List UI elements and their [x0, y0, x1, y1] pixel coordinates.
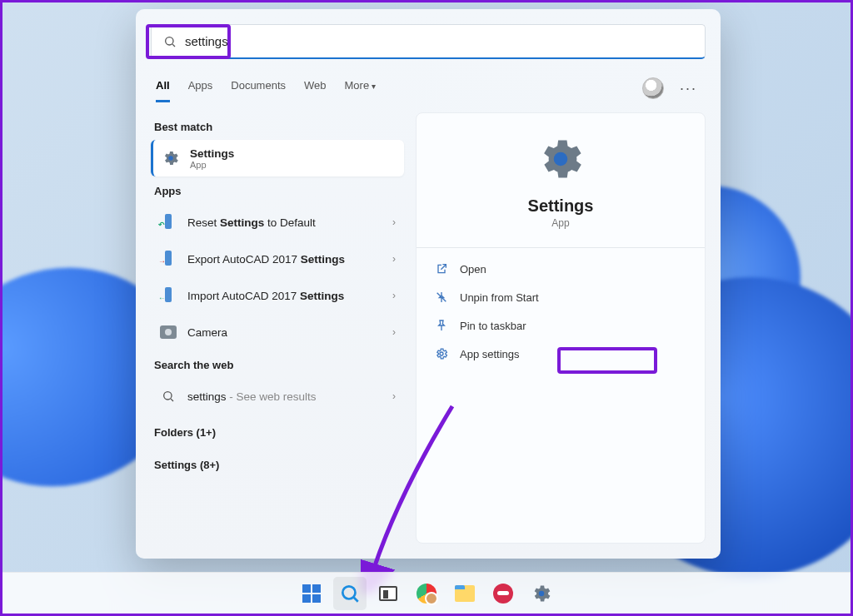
gear-icon — [428, 133, 693, 185]
details-app-type: App — [428, 217, 693, 229]
result-settings-app[interactable]: Settings App — [151, 140, 404, 176]
app-icon — [493, 584, 513, 604]
result-import-autocad[interactable]: ← Import AutoCAD 2017 Settings › — [151, 277, 404, 314]
section-settings[interactable]: Settings (8+) — [154, 459, 401, 471]
svg-line-1 — [172, 44, 175, 47]
results-column: Best match Settings App Apps ↶ Reset Set… — [151, 112, 404, 544]
chevron-right-icon: › — [392, 290, 396, 301]
tab-documents[interactable]: Documents — [231, 74, 286, 102]
action-app-settings[interactable]: App settings — [428, 340, 693, 368]
search-icon — [159, 387, 177, 405]
gear-icon — [435, 347, 448, 360]
details-app-name: Settings — [428, 196, 693, 216]
taskbar-taskview-button[interactable] — [372, 577, 405, 610]
tab-more[interactable]: More▾ — [345, 74, 377, 102]
action-label: App settings — [460, 348, 520, 360]
svg-point-5 — [554, 152, 568, 166]
taskbar-chrome-button[interactable] — [410, 577, 443, 610]
svg-line-4 — [171, 399, 173, 401]
section-best-match: Best match — [154, 121, 401, 133]
unpin-icon — [435, 291, 448, 304]
pin-icon — [435, 319, 448, 332]
result-title: Settings — [190, 147, 234, 160]
chrome-icon — [417, 584, 436, 604]
details-panel: Settings App Open Unpin from Start Pin t… — [416, 112, 706, 544]
taskbar — [2, 572, 851, 614]
svg-point-2 — [168, 156, 173, 161]
search-bar[interactable] — [151, 24, 706, 59]
result-subtitle: App — [190, 160, 396, 170]
autocad-icon: → — [159, 250, 177, 268]
camera-icon — [159, 323, 177, 341]
autocad-icon: ↶ — [159, 213, 177, 231]
svg-point-7 — [342, 586, 355, 599]
search-tabs: All Apps Documents Web More▾ ··· — [151, 74, 706, 102]
svg-point-0 — [166, 37, 173, 44]
open-icon — [435, 262, 448, 276]
result-camera[interactable]: Camera › — [151, 314, 404, 350]
action-label: Unpin from Start — [460, 291, 539, 304]
tab-all[interactable]: All — [156, 74, 170, 102]
result-export-autocad[interactable]: → Export AutoCAD 2017 Settings › — [151, 241, 404, 277]
gear-icon — [162, 149, 180, 167]
chevron-right-icon: › — [392, 326, 396, 338]
divider — [417, 247, 705, 248]
action-pin-taskbar[interactable]: Pin to taskbar — [428, 311, 693, 340]
result-reset-settings[interactable]: ↶ Reset Settings to Default › — [151, 204, 404, 241]
search-flyout: All Apps Documents Web More▾ ··· Best ma… — [136, 9, 721, 559]
windows-icon — [302, 584, 321, 603]
section-apps: Apps — [154, 185, 401, 197]
search-icon — [163, 35, 177, 48]
tab-apps[interactable]: Apps — [188, 74, 213, 102]
section-web: Search the web — [154, 359, 401, 371]
taskbar-search-button[interactable] — [333, 577, 367, 610]
more-options-button[interactable]: ··· — [676, 80, 701, 97]
chevron-right-icon: › — [392, 253, 396, 265]
result-web-search[interactable]: settings - See web results › — [151, 378, 404, 415]
svg-point-9 — [539, 590, 545, 596]
chevron-right-icon: › — [392, 216, 396, 228]
taskbar-start-button[interactable] — [295, 577, 328, 610]
autocad-icon: ← — [159, 286, 177, 305]
taskview-icon — [379, 586, 397, 601]
tab-web[interactable]: Web — [304, 74, 327, 102]
action-label: Open — [460, 263, 486, 276]
chevron-right-icon: › — [392, 390, 396, 402]
svg-point-3 — [164, 392, 172, 400]
folder-icon — [455, 585, 475, 602]
taskbar-app-button[interactable] — [486, 577, 520, 610]
gear-icon — [531, 583, 552, 604]
search-input[interactable] — [185, 34, 693, 48]
action-unpin-start[interactable]: Unpin from Start — [428, 283, 693, 311]
action-label: Pin to taskbar — [460, 320, 526, 332]
taskbar-explorer-button[interactable] — [448, 577, 481, 610]
svg-line-8 — [354, 597, 358, 601]
search-icon — [339, 583, 361, 604]
taskbar-settings-button[interactable] — [525, 577, 558, 610]
svg-point-6 — [440, 352, 443, 355]
chevron-down-icon: ▾ — [372, 82, 376, 91]
action-open[interactable]: Open — [428, 255, 693, 283]
user-avatar[interactable] — [642, 77, 664, 99]
section-folders[interactable]: Folders (1+) — [154, 426, 401, 439]
